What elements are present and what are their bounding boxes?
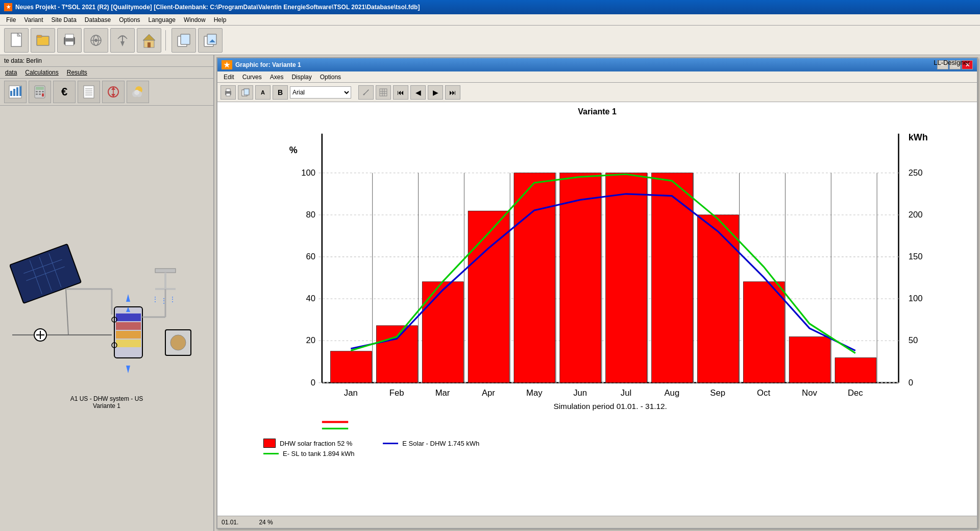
legend-blue-line <box>383 443 398 444</box>
graphic-status-bar: 01.01. 24 % <box>217 516 977 528</box>
graphic-window-title: Graphic for: Variante 1 <box>235 61 301 68</box>
graphic-window: ★ Graphic for: Variante 1 ─ □ ✕ Edit Cur… <box>216 57 978 529</box>
svg-text:kWh: kWh <box>909 132 928 142</box>
svg-text:100: 100 <box>301 168 315 178</box>
left-menu-data[interactable]: data <box>2 68 20 77</box>
graphic-menu-bar: Edit Curves Axes Display Options <box>217 71 977 83</box>
svg-rect-31 <box>36 93 38 95</box>
satellite-button[interactable] <box>84 28 108 53</box>
nav-first-btn[interactable]: ⏮ <box>393 85 408 100</box>
graphic-menu-options[interactable]: Options <box>316 73 345 82</box>
svg-rect-17 <box>181 34 190 44</box>
svg-rect-30 <box>42 91 44 92</box>
graphic-bold-button[interactable]: B <box>273 85 288 100</box>
svg-text:Jul: Jul <box>621 388 631 398</box>
svg-rect-22 <box>10 91 12 96</box>
svg-text:May: May <box>526 388 543 398</box>
calculator-button[interactable] <box>29 81 51 103</box>
svg-rect-32 <box>39 93 41 95</box>
legend-bar-color <box>263 439 276 448</box>
graphic-menu-axes[interactable]: Axes <box>266 73 288 82</box>
svg-rect-2 <box>37 36 49 45</box>
solar-diagram: ⋮ ⋮ ⋮ A1 US - DHW system - US Variante 1 <box>0 106 213 531</box>
left-menu-results[interactable]: Results <box>64 68 90 77</box>
new-document-button[interactable] <box>4 28 29 53</box>
nav-last-btn[interactable]: ⏭ <box>445 85 460 100</box>
open-file-button[interactable] <box>31 28 55 53</box>
svg-line-83 <box>368 90 368 91</box>
svg-text:Sep: Sep <box>710 388 725 398</box>
menu-window[interactable]: Window <box>180 15 210 25</box>
graphic-auto-btn[interactable]: A <box>255 85 271 100</box>
chart-legend: DHW solar fraction 52 % E Solar - DHW 1.… <box>223 439 972 448</box>
graphic-menu-display[interactable]: Display <box>287 73 315 82</box>
svg-rect-6 <box>65 41 74 45</box>
graphic-grid-btn[interactable] <box>376 85 391 100</box>
menu-sitedata[interactable]: Site Data <box>47 15 80 25</box>
graphic-print-button[interactable] <box>220 85 236 100</box>
menu-help[interactable]: Help <box>210 15 231 25</box>
svg-point-10 <box>94 39 97 42</box>
graphic-menu-edit[interactable]: Edit <box>219 73 238 82</box>
svg-text:60: 60 <box>306 252 315 261</box>
left-panel: te data: Berlin data Calculations Result… <box>0 55 214 531</box>
svg-text:20: 20 <box>306 335 315 345</box>
svg-marker-75 <box>126 366 130 373</box>
font-select[interactable]: Arial Times New Roman Courier New <box>290 86 351 99</box>
svg-text:Jun: Jun <box>573 388 587 398</box>
menu-variant[interactable]: Variant <box>20 15 47 25</box>
graphic-edit-btn[interactable] <box>358 85 374 100</box>
svg-rect-28 <box>36 91 38 92</box>
svg-text:40: 40 <box>306 294 315 303</box>
svg-rect-27 <box>36 87 44 90</box>
menu-file[interactable]: File <box>2 15 20 25</box>
nav-next-btn[interactable]: ▶ <box>428 85 443 100</box>
svg-rect-79 <box>226 89 230 91</box>
svg-rect-61 <box>116 331 141 339</box>
svg-text:150: 150 <box>909 252 923 261</box>
svg-rect-112 <box>331 351 372 383</box>
arrows-button[interactable] <box>102 81 125 103</box>
legend-green-line <box>263 453 279 454</box>
svg-text:Apr: Apr <box>482 388 495 398</box>
svg-rect-33 <box>42 93 44 96</box>
svg-text:Aug: Aug <box>665 388 680 398</box>
left-menu-calculations[interactable]: Calculations <box>22 68 61 77</box>
status-value: 24 % <box>259 519 273 526</box>
graphic-title-bar: ★ Graphic for: Variante 1 ─ □ ✕ <box>217 58 977 71</box>
house-button[interactable] <box>137 28 161 53</box>
svg-rect-116 <box>514 173 555 383</box>
title-bar: ★ Neues Projekt - T*SOL 2021 (R2) [Quali… <box>0 0 980 14</box>
svg-text:Mar: Mar <box>435 388 450 398</box>
svg-point-46 <box>134 90 139 95</box>
svg-text:0: 0 <box>311 378 315 388</box>
legend-blue-label: E Solar - DHW 1.745 kWh <box>402 440 479 447</box>
svg-rect-82 <box>244 89 249 95</box>
simulation-button[interactable] <box>4 81 27 103</box>
graphic-copy-button[interactable] <box>238 85 253 100</box>
svg-text:0: 0 <box>909 378 913 388</box>
svg-text:200: 200 <box>909 210 923 220</box>
legend-bar-label: DHW solar fraction 52 % <box>280 440 352 447</box>
svg-rect-0 <box>11 33 21 46</box>
menu-bar: File Variant Site Data Database Options … <box>0 14 980 26</box>
svg-rect-122 <box>789 337 830 383</box>
menu-options[interactable]: Options <box>115 15 144 25</box>
antenna-button[interactable] <box>110 28 135 53</box>
menu-language[interactable]: Language <box>144 15 180 25</box>
euro-button[interactable]: € <box>53 81 76 103</box>
left-submenu: data Calculations Results <box>0 67 213 79</box>
copy-variant-button[interactable] <box>172 28 196 53</box>
weather-button[interactable] <box>127 81 149 103</box>
svg-rect-24 <box>16 87 18 96</box>
svg-rect-84 <box>380 89 387 96</box>
nav-prev-btn[interactable]: ◀ <box>410 85 426 100</box>
graphic-menu-curves[interactable]: Curves <box>238 73 266 82</box>
svg-text:Simulation period 01.01. - 31.: Simulation period 01.01. - 31.12. <box>553 402 667 411</box>
svg-rect-34 <box>84 86 94 98</box>
export-button[interactable] <box>198 28 223 53</box>
report-button[interactable] <box>78 81 100 103</box>
print-button[interactable] <box>57 28 82 53</box>
menu-database[interactable]: Database <box>81 15 115 25</box>
main-toolbar: LL-Designer <box>0 26 980 55</box>
